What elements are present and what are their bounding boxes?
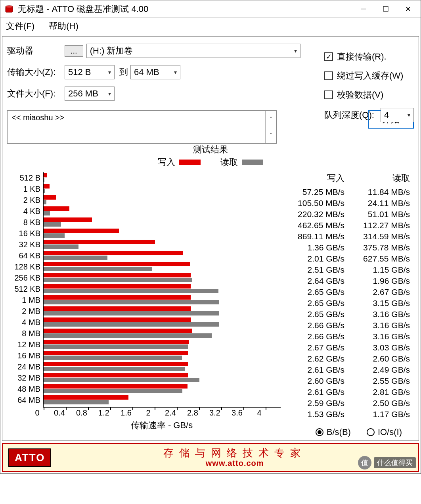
cell-write: 2.65 GB/s [283,287,348,298]
cell-read: 314.59 MB/s [348,231,414,242]
minimize-button[interactable]: ─ [352,2,375,17]
bar-read [44,389,182,393]
file-size-select[interactable]: 256 MB ▾ [65,87,115,101]
queue-depth-select[interactable]: 4 ▾ [381,108,414,122]
table-row: 2.01 GB/s627.55 MB/s [283,253,414,264]
bar-write [44,384,188,389]
bar-read [44,256,107,260]
verify-label: 校验数据(V) [337,89,383,101]
bar-read [44,244,78,249]
table-row: 869.11 MB/s314.59 MB/s [283,231,414,242]
bypass-cache-checkbox[interactable]: 绕过写入缓存(W) [324,70,421,82]
watermark-icon: 值 [358,456,371,469]
table-row: 1.36 GB/s375.78 MB/s [283,242,414,253]
svg-point-1 [6,6,13,8]
menu-help[interactable]: 帮助(H) [49,21,78,31]
cell-write: 2.60 GB/s [283,375,348,387]
cell-read: 3.15 GB/s [348,298,414,309]
bar-write [44,251,183,255]
spin-down-icon[interactable]: ˅ [266,127,276,143]
bar-read [44,333,212,338]
legend-read-label: 读取 [220,156,238,168]
table-row: 2.60 GB/s2.55 GB/s [283,375,414,387]
cell-read: 2.55 GB/s [348,375,414,387]
col-read-header: 读取 [348,172,414,184]
chart-category-label: 48 MB [7,383,43,394]
verify-checkbox[interactable]: 校验数据(V) [324,89,421,101]
cell-read: 24.11 MB/s [348,198,414,209]
table-row: 2.61 GB/s2.81 GB/s [283,387,414,398]
table-row: 57.25 MB/s11.84 MB/s [283,187,414,198]
bar-write [44,195,56,200]
direct-io-checkbox[interactable]: ✓ 直接传输(R). [324,51,421,63]
menubar: 文件(F) 帮助(H) [0,18,421,36]
maximize-button[interactable]: ☐ [375,2,397,17]
bar-write [44,240,155,244]
bar-read [44,356,182,360]
cell-write: 105.50 MB/s [283,198,348,209]
radio-icon [316,428,323,436]
bar-write [44,317,191,322]
bar-read [44,378,199,382]
drive-select[interactable]: (H:) 新加卷 ▾ [86,44,300,58]
close-button[interactable]: ✕ [397,2,419,17]
atto-logo: ATTO [8,448,51,467]
watermark: 值 什么值得买 [358,456,416,469]
bar-read [44,178,44,182]
table-row: 2.66 GB/s3.16 GB/s [283,320,414,331]
spin-up-icon[interactable]: ˄ [266,111,276,127]
app-window: 无标题 - ATTO 磁盘基准测试 4.00 ─ ☐ ✕ 文件(F) 帮助(H)… [0,0,421,474]
cell-read: 1.15 GB/s [348,264,414,275]
bar-write [44,173,47,177]
chevron-down-icon: ▾ [108,69,111,75]
titlebar: 无标题 - ATTO 磁盘基准测试 4.00 ─ ☐ ✕ [0,0,421,18]
bar-write [44,373,188,377]
xfer-min-select[interactable]: 512 B ▾ [65,65,115,79]
queue-depth-value: 4 [384,110,389,120]
drive-select-value: (H:) 新加卷 [90,45,133,57]
radio-ios-label: IO/s(I) [378,427,402,437]
cell-write: 1.53 GB/s [283,409,348,420]
legend-read-swatch [242,160,263,165]
chart-category-label: 32 KB [7,239,43,250]
cell-write: 2.66 GB/s [283,331,348,342]
cell-read: 2.60 GB/s [348,353,414,364]
description-input[interactable]: << miaoshu >> ˄ ˅ [7,110,277,144]
queue-depth-label: 队列深度(Q): [324,109,374,121]
menu-file[interactable]: 文件(F) [6,21,34,31]
legend-write-label: 写入 [158,156,175,168]
cell-read: 112.27 MB/s [348,220,414,231]
cell-read: 3.03 GB/s [348,342,414,353]
to-label: 到 [119,66,128,78]
bar-write [44,229,119,233]
bar-read [44,222,61,227]
bar-write [44,284,191,289]
cell-write: 2.01 GB/s [283,253,348,264]
chart-category-label: 1 KB [7,183,43,194]
file-size-label: 文件大小(F): [7,88,65,100]
cell-read: 1.17 GB/s [348,409,414,420]
cell-write: 2.59 GB/s [283,398,348,409]
browse-button[interactable]: ... [65,45,83,57]
chart-category-label: 8 MB [7,328,43,339]
xfer-max-select[interactable]: 64 MB ▾ [130,65,180,79]
bar-read [44,344,188,349]
content-panel: 驱动器 ... (H:) 新加卷 ▾ 传输大小(Z): 512 B ▾ 到 64… [2,36,419,441]
xfer-size-label: 传输大小(Z): [7,66,65,78]
footer-banner: ATTO 存储与网络技术专家 www.atto.com 值 什么值得买 [2,443,419,472]
cell-read: 2.81 GB/s [348,387,414,398]
bar-read [44,278,192,282]
bar-write [44,395,128,400]
table-row: 105.50 MB/s24.11 MB/s [283,198,414,209]
cell-read: 3.16 GB/s [348,309,414,320]
radio-bytes-per-sec[interactable]: B/s(B) [316,427,351,437]
cell-write: 2.61 GB/s [283,364,348,375]
table-row: 2.61 GB/s2.49 GB/s [283,364,414,375]
radio-io-per-sec[interactable]: IO/s(I) [367,427,402,437]
table-row: 462.65 MB/s112.27 MB/s [283,220,414,231]
bar-write [44,351,188,355]
table-row: 2.65 GB/s2.67 GB/s [283,287,414,298]
description-spinner[interactable]: ˄ ˅ [265,111,276,143]
bar-write [44,340,189,344]
radio-bs-label: B/s(B) [327,427,351,437]
